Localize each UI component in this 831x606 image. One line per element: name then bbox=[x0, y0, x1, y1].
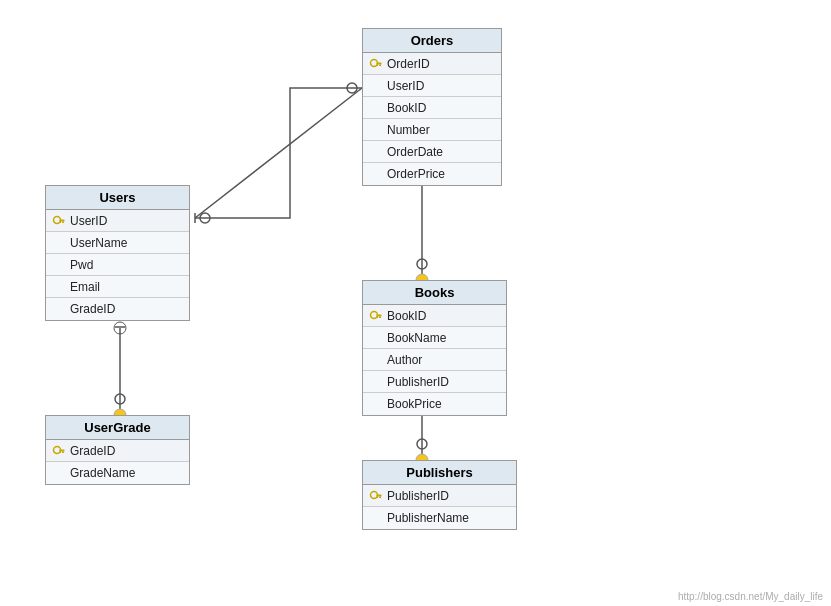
svg-rect-35 bbox=[377, 316, 379, 318]
svg-point-32 bbox=[371, 311, 378, 318]
svg-rect-26 bbox=[379, 64, 381, 66]
users-field-email: Email bbox=[70, 280, 100, 294]
spacer bbox=[369, 511, 383, 525]
usergrade-table: UserGrade GradeID GradeName bbox=[45, 415, 190, 485]
usergrade-field-gradename: GradeName bbox=[70, 466, 135, 480]
svg-rect-39 bbox=[60, 451, 62, 453]
publishers-table: Publishers PublisherID PublisherName bbox=[362, 460, 517, 530]
orders-field-userid: UserID bbox=[387, 79, 424, 93]
orders-field-orderid: OrderID bbox=[387, 57, 430, 71]
books-row-publisherid: PublisherID bbox=[363, 371, 506, 393]
orders-row-orderid: OrderID bbox=[363, 53, 501, 75]
users-row-username: UserName bbox=[46, 232, 189, 254]
svg-point-19 bbox=[115, 394, 125, 404]
svg-rect-25 bbox=[377, 62, 382, 64]
svg-rect-41 bbox=[377, 494, 382, 496]
users-table: Users UserID UserName Pwd Email bbox=[45, 185, 190, 321]
usergrade-title: UserGrade bbox=[46, 416, 189, 440]
books-field-bookid: BookID bbox=[387, 309, 426, 323]
svg-rect-31 bbox=[60, 221, 62, 223]
spacer bbox=[369, 397, 383, 411]
books-row-bookid: BookID bbox=[363, 305, 506, 327]
users-field-username: UserName bbox=[70, 236, 127, 250]
users-field-pwd: Pwd bbox=[70, 258, 93, 272]
spacer bbox=[52, 466, 66, 480]
orders-row-orderprice: OrderPrice bbox=[363, 163, 501, 185]
pk-icon-bookid bbox=[369, 309, 383, 323]
spacer bbox=[369, 101, 383, 115]
orders-row-userid: UserID bbox=[363, 75, 501, 97]
books-field-publisherid: PublisherID bbox=[387, 375, 449, 389]
orders-field-orderprice: OrderPrice bbox=[387, 167, 445, 181]
spacer bbox=[369, 331, 383, 345]
svg-rect-30 bbox=[62, 221, 64, 223]
spacer bbox=[52, 302, 66, 316]
books-row-bookname: BookName bbox=[363, 327, 506, 349]
users-row-userid: UserID bbox=[46, 210, 189, 232]
orders-field-bookid: BookID bbox=[387, 101, 426, 115]
books-table: Books BookID BookName Author PublisherID bbox=[362, 280, 507, 416]
books-field-author: Author bbox=[387, 353, 422, 367]
orders-row-orderdate: OrderDate bbox=[363, 141, 501, 163]
svg-rect-27 bbox=[377, 64, 379, 66]
svg-rect-33 bbox=[377, 314, 382, 316]
pk-icon-gradeid bbox=[52, 444, 66, 458]
svg-rect-42 bbox=[379, 496, 381, 498]
svg-point-13 bbox=[417, 439, 427, 449]
publishers-field-publishername: PublisherName bbox=[387, 511, 469, 525]
orders-row-bookid: BookID bbox=[363, 97, 501, 119]
orders-title: Orders bbox=[363, 29, 501, 53]
spacer bbox=[369, 145, 383, 159]
users-row-gradeid: GradeID bbox=[46, 298, 189, 320]
svg-point-7 bbox=[417, 259, 427, 269]
pk-icon-orderid bbox=[369, 57, 383, 71]
svg-rect-38 bbox=[62, 451, 64, 453]
svg-line-0 bbox=[195, 88, 362, 218]
orders-field-number: Number bbox=[387, 123, 430, 137]
svg-rect-29 bbox=[60, 219, 65, 221]
svg-rect-37 bbox=[60, 449, 65, 451]
books-title: Books bbox=[363, 281, 506, 305]
svg-point-40 bbox=[371, 491, 378, 498]
users-row-email: Email bbox=[46, 276, 189, 298]
spacer bbox=[369, 353, 383, 367]
usergrade-row-gradename: GradeName bbox=[46, 462, 189, 484]
books-field-bookname: BookName bbox=[387, 331, 446, 345]
publishers-field-publisherid: PublisherID bbox=[387, 489, 449, 503]
spacer bbox=[369, 79, 383, 93]
users-row-pwd: Pwd bbox=[46, 254, 189, 276]
svg-point-23 bbox=[114, 322, 126, 334]
pk-icon-publisherid bbox=[369, 489, 383, 503]
publishers-title: Publishers bbox=[363, 461, 516, 485]
svg-point-28 bbox=[54, 216, 61, 223]
orders-field-orderdate: OrderDate bbox=[387, 145, 443, 159]
publishers-row-publishername: PublisherName bbox=[363, 507, 516, 529]
spacer bbox=[369, 167, 383, 181]
svg-point-1 bbox=[347, 83, 357, 93]
users-field-gradeid: GradeID bbox=[70, 302, 115, 316]
usergrade-row-gradeid: GradeID bbox=[46, 440, 189, 462]
users-title: Users bbox=[46, 186, 189, 210]
svg-point-36 bbox=[54, 446, 61, 453]
spacer bbox=[52, 236, 66, 250]
pk-icon-userid bbox=[52, 214, 66, 228]
svg-point-24 bbox=[371, 59, 378, 66]
publishers-row-publisherid: PublisherID bbox=[363, 485, 516, 507]
books-field-bookprice: BookPrice bbox=[387, 397, 442, 411]
spacer bbox=[369, 375, 383, 389]
svg-rect-43 bbox=[377, 496, 379, 498]
books-row-bookprice: BookPrice bbox=[363, 393, 506, 415]
svg-rect-34 bbox=[379, 316, 381, 318]
usergrade-field-gradeid: GradeID bbox=[70, 444, 115, 458]
users-field-userid: UserID bbox=[70, 214, 107, 228]
watermark: http://blog.csdn.net/My_daily_life bbox=[678, 591, 823, 602]
svg-point-4 bbox=[200, 213, 210, 223]
orders-table: Orders OrderID UserID BookID Number bbox=[362, 28, 502, 186]
spacer bbox=[52, 258, 66, 272]
spacer bbox=[52, 280, 66, 294]
orders-row-number: Number bbox=[363, 119, 501, 141]
books-row-author: Author bbox=[363, 349, 506, 371]
spacer bbox=[369, 123, 383, 137]
